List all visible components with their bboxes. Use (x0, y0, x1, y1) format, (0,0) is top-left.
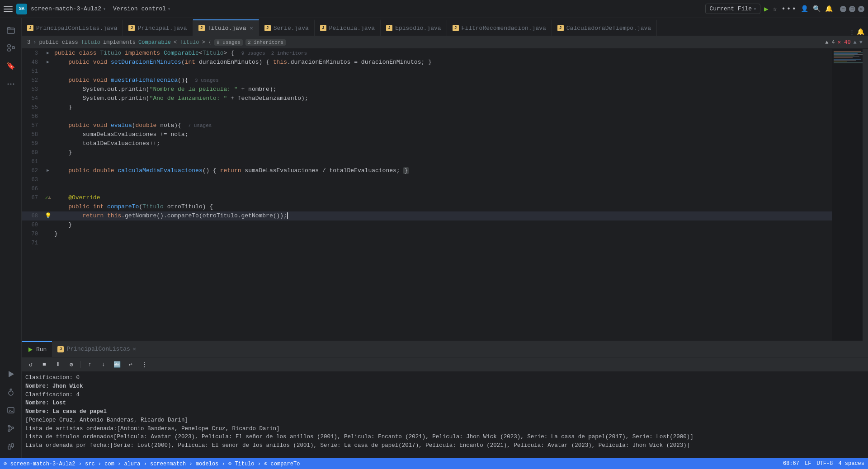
version-control-btn[interactable]: Version control ▾ (109, 4, 174, 14)
svg-point-6 (13, 84, 14, 85)
code-line-52: 52 public void muestraFichaTecnica(){ 3 … (22, 76, 832, 85)
minimap[interactable] (832, 49, 868, 341)
nav-down-icon[interactable]: ▼ (859, 39, 863, 46)
code-line-67-method: public int compareTo(Titulo otroTitulo) … (22, 202, 832, 211)
code-line-63: 63 (22, 175, 832, 184)
bottom-tab-pcl[interactable]: J PrincipalConListas ✕ (52, 341, 142, 357)
code-line-62: 62 ▶ public double calculaMediaEvaluacio… (22, 166, 832, 175)
tab-icon-filtro: J (453, 25, 459, 31)
code-line-71: 71 (22, 239, 832, 248)
current-file-btn[interactable]: Current File ▾ (705, 4, 760, 14)
left-sidebar: 🔖 (0, 18, 22, 458)
notification-icon[interactable]: 🔔 (825, 5, 833, 13)
menu-icon[interactable] (4, 5, 13, 14)
status-encoding[interactable]: UTF-8 (816, 460, 833, 467)
sidebar-icon-terminal[interactable] (3, 402, 19, 418)
output-line-7: Lista de artistas ordenada:[Antonio Band… (25, 425, 864, 433)
status-line-col[interactable]: 68:67 (783, 460, 799, 467)
svg-rect-2 (8, 49, 10, 51)
sidebar-icon-folder[interactable] (3, 22, 19, 38)
run-icon[interactable]: ▶ (764, 5, 769, 14)
svg-rect-9 (8, 408, 14, 413)
output-line-5: Nombre: La casa de papel (25, 408, 864, 416)
fold-arrow-48[interactable]: ▶ (47, 58, 49, 67)
bottom-toolbar: ↺ ■ ⏸ ⚙ ↑ ↓ 🔤 ↩ ⋮ (22, 357, 868, 372)
output-empty (25, 450, 864, 458)
code-line-68: 68 💡 return this.getNombre().compareTo(o… (22, 211, 832, 220)
tab-filtro[interactable]: J FiltroRecomendacion.java (447, 19, 552, 36)
fold-arrow-62[interactable]: ▶ (47, 166, 49, 175)
tab-icon-principal: J (128, 25, 135, 31)
nav-up-icon[interactable]: ▲ (854, 39, 857, 46)
more-options-icon[interactable]: ••• (781, 5, 797, 13)
scroll-down-btn[interactable]: ↓ (98, 359, 109, 370)
status-indent[interactable]: 4 spaces (838, 460, 864, 467)
bottom-tab-run[interactable]: Run (22, 341, 52, 357)
code-area[interactable]: 3 ▶ public class Titulo implements Compa… (22, 49, 832, 341)
empty-editor-space (22, 248, 832, 338)
wrap-btn[interactable]: ↩ (125, 359, 136, 370)
bulb-icon[interactable]: 💡 (45, 211, 52, 220)
output-line-8: Lista de titulos ordenados[Pelicula: Ava… (25, 433, 864, 441)
sidebar-icon-structure[interactable] (3, 40, 19, 56)
search-icon[interactable]: 🔍 (813, 5, 821, 13)
svg-marker-15 (28, 347, 33, 352)
svg-rect-14 (11, 444, 14, 447)
tab-pelicula[interactable]: J Pelicula.java (315, 19, 381, 36)
sidebar-icon-bookmarks[interactable]: 🔖 (3, 58, 19, 74)
notifications-icon[interactable]: 🔔 (857, 28, 864, 36)
console-output[interactable]: Clasificacion: 0 Nombre: Jhon Wick Clasi… (22, 372, 868, 458)
more-tools-btn[interactable]: ⋮ (139, 359, 150, 370)
status-bar-right: 68:67 LF UTF-8 4 spaces (783, 460, 864, 467)
restart-btn[interactable]: ↺ (25, 359, 36, 370)
project-name[interactable]: screen-match-3-Aula2 ▾ (31, 5, 106, 12)
status-lf[interactable]: LF (805, 460, 811, 467)
sidebar-bottom (3, 366, 19, 455)
bottom-panel: Run J PrincipalConListas ✕ ↺ ■ ⏸ ⚙ ↑ ↓ 🔤… (22, 341, 868, 458)
tab-serie[interactable]: J Serie.java (259, 19, 315, 36)
scroll-up-btn[interactable]: ↑ (85, 359, 95, 370)
code-line-57: 57 public void evalua(double nota){ 7 us… (22, 121, 832, 130)
tabs-more-icon[interactable]: ⋮ (849, 28, 855, 36)
close-tab-titulo[interactable]: ✕ (250, 25, 253, 32)
maximize-button[interactable]: □ (849, 6, 855, 12)
tab-calculadora[interactable]: J CalculadoraDeTiempo.java (552, 19, 657, 36)
tab-episodio[interactable]: J Episodio.java (381, 19, 447, 36)
minimap-scrollbar[interactable] (863, 49, 868, 341)
close-button[interactable]: ✕ (858, 6, 864, 12)
svg-rect-0 (7, 28, 14, 33)
minimize-button[interactable]: − (840, 6, 846, 12)
pcl-tab-icon: J (57, 346, 64, 352)
tab-principal-con-listas[interactable]: J PrincipalConListas.java (22, 19, 123, 36)
output-line-6: [Penelope Cruz, Antonio Banderas, Ricard… (25, 416, 864, 425)
output-line-3: Clasificacion: 4 (25, 391, 864, 399)
app-logo: SA (16, 4, 27, 14)
resume-btn[interactable]: ⏸ (52, 359, 63, 370)
filter-btn[interactable]: 🔤 (112, 359, 123, 370)
sidebar-icon-debug[interactable] (3, 384, 19, 400)
star-icon[interactable]: ☆ (773, 5, 777, 13)
sidebar-icon-run[interactable] (3, 366, 19, 382)
fold-arrow-3[interactable]: ▶ (47, 49, 49, 58)
output-line-2: Nombre: Jhon Wick (25, 382, 864, 391)
profile-icon[interactable]: 👤 (801, 5, 808, 13)
settings-btn[interactable]: ⚙ (66, 359, 77, 370)
bottom-tabs-bar: Run J PrincipalConListas ✕ (22, 341, 868, 357)
output-line-4: Nombre: Lost (25, 399, 864, 408)
tab-principal[interactable]: J Principal.java (123, 19, 193, 36)
status-bar: ⊙ screen-match-3-Aula2 › src › com › alu… (0, 458, 868, 469)
override-warn-icon: ⚠ (48, 193, 51, 202)
editor-container: 3 ▶ public class Titulo implements Compa… (22, 49, 868, 341)
sidebar-icon-git[interactable] (3, 420, 19, 436)
code-line-54: 54 System.out.println("Año de lanzamient… (22, 94, 832, 103)
status-project-path[interactable]: ⊙ screen-match-3-Aula2 › src › com › alu… (4, 460, 300, 467)
stop-btn[interactable]: ■ (39, 359, 50, 370)
sidebar-icon-plugins[interactable] (3, 438, 19, 455)
tab-titulo[interactable]: J Titulo.java ✕ (193, 19, 259, 36)
sidebar-icon-more[interactable] (3, 76, 19, 92)
code-line-69: 69 } (22, 220, 832, 230)
toolbar-separator (80, 361, 81, 368)
code-line-51: 51 (22, 67, 832, 76)
close-pcl-tab[interactable]: ✕ (133, 346, 136, 352)
svg-marker-7 (9, 371, 14, 377)
